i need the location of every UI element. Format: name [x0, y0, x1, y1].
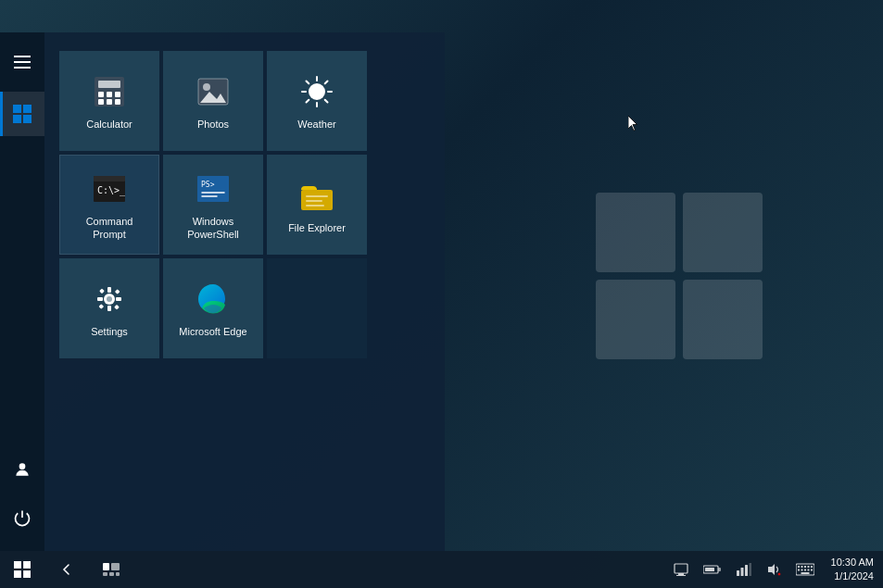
edge-icon [193, 279, 233, 319]
svg-rect-40 [306, 195, 328, 197]
svg-rect-83 [804, 569, 806, 571]
keyboard-icon[interactable] [788, 551, 822, 588]
svg-rect-46 [107, 306, 111, 311]
svg-rect-41 [306, 200, 322, 202]
clock-time: 10:30 AM [831, 556, 874, 569]
tile-microsoft-edge[interactable]: Microsoft Edge [163, 258, 263, 358]
svg-rect-56 [23, 570, 31, 578]
svg-rect-69 [740, 568, 743, 576]
svg-rect-16 [115, 92, 120, 97]
svg-point-44 [107, 296, 112, 302]
svg-text:C:\>_: C:\>_ [97, 185, 126, 196]
svg-rect-50 [115, 289, 120, 294]
sidebar-hamburger-button[interactable] [0, 40, 44, 84]
start-main: Calculator Photos [44, 32, 445, 551]
file-explorer-icon [296, 175, 337, 216]
svg-line-28 [307, 81, 309, 83]
svg-rect-61 [116, 572, 120, 576]
svg-rect-53 [14, 561, 21, 569]
tile-weather[interactable]: Weather [267, 51, 367, 151]
svg-rect-47 [97, 297, 103, 301]
svg-rect-4 [14, 56, 31, 57]
svg-rect-79 [807, 566, 809, 568]
svg-rect-58 [111, 563, 120, 570]
tile-empty[interactable] [267, 258, 367, 358]
tile-photos[interactable]: Photos [163, 51, 263, 151]
svg-rect-3 [683, 280, 763, 359]
svg-rect-54 [23, 561, 31, 569]
tile-settings-label: Settings [91, 325, 128, 338]
tile-calculator-label: Calculator [86, 118, 132, 131]
taskbar: 10:30 AM 1/1/2024 [0, 551, 883, 588]
svg-rect-59 [103, 572, 107, 576]
tile-edge-label: Microsoft Edge [179, 325, 246, 338]
tile-command-prompt[interactable]: C:\>_ Command Prompt [59, 155, 159, 255]
weather-icon [296, 71, 337, 112]
svg-rect-14 [98, 92, 104, 97]
svg-rect-81 [798, 569, 800, 571]
back-button[interactable] [44, 551, 89, 588]
svg-rect-19 [115, 99, 120, 105]
svg-rect-84 [807, 569, 809, 571]
svg-line-30 [325, 81, 328, 83]
svg-rect-62 [675, 564, 687, 573]
tile-powershell-label: Windows PowerShell [172, 215, 254, 242]
svg-rect-45 [107, 287, 111, 293]
svg-rect-66 [705, 568, 714, 571]
volume-icon[interactable] [759, 551, 788, 588]
system-clock[interactable]: 10:30 AM 1/1/2024 [822, 556, 883, 584]
mouse-cursor [628, 116, 639, 132]
back-icon [59, 562, 74, 577]
sidebar-tiles-button[interactable] [0, 92, 44, 136]
svg-rect-55 [14, 570, 21, 578]
svg-line-31 [307, 100, 309, 103]
system-tray-icon[interactable] [666, 551, 696, 588]
network-icon[interactable] [729, 551, 759, 588]
start-sidebar [0, 32, 44, 551]
windows-watermark [587, 183, 772, 369]
svg-rect-17 [98, 99, 104, 105]
svg-rect-48 [116, 297, 121, 301]
svg-rect-49 [99, 288, 105, 294]
svg-rect-1 [683, 193, 763, 272]
svg-rect-77 [801, 566, 802, 568]
svg-rect-82 [801, 569, 802, 571]
svg-rect-60 [109, 572, 114, 576]
clock-date: 1/1/2024 [831, 569, 874, 583]
svg-rect-70 [745, 565, 748, 576]
svg-rect-42 [306, 205, 324, 206]
tile-weather-label: Weather [297, 118, 335, 131]
sidebar-user-button[interactable] [0, 447, 44, 492]
sidebar-power-button[interactable] [0, 495, 44, 540]
svg-point-21 [203, 83, 210, 91]
svg-rect-18 [107, 99, 112, 105]
battery-icon[interactable] [696, 551, 729, 588]
svg-rect-52 [114, 305, 120, 310]
svg-rect-67 [718, 568, 721, 571]
settings-icon [89, 279, 130, 319]
svg-rect-8 [23, 105, 32, 113]
svg-line-29 [325, 100, 328, 103]
task-view-button[interactable] [89, 551, 133, 588]
start-menu: Calculator Photos [0, 32, 445, 551]
svg-rect-9 [13, 115, 21, 123]
svg-rect-63 [678, 573, 684, 575]
svg-rect-33 [94, 176, 125, 181]
svg-rect-5 [14, 61, 31, 63]
tile-powershell[interactable]: PS> Windows PowerShell [163, 155, 263, 255]
task-view-icon [103, 563, 120, 576]
tile-file-explorer[interactable]: File Explorer [267, 155, 367, 255]
svg-point-11 [19, 463, 26, 469]
svg-rect-51 [98, 304, 104, 309]
tile-calculator[interactable]: Calculator [59, 51, 159, 151]
svg-text:PS>: PS> [201, 181, 215, 189]
tiles-grid: Calculator Photos [59, 51, 430, 358]
calculator-icon [89, 71, 130, 112]
start-button[interactable] [0, 551, 44, 588]
windows-logo-icon [14, 561, 31, 578]
svg-rect-80 [811, 566, 813, 568]
tile-settings[interactable]: Settings [59, 258, 159, 358]
svg-rect-0 [596, 193, 675, 272]
svg-rect-57 [103, 563, 109, 570]
powershell-icon: PS> [193, 169, 233, 209]
